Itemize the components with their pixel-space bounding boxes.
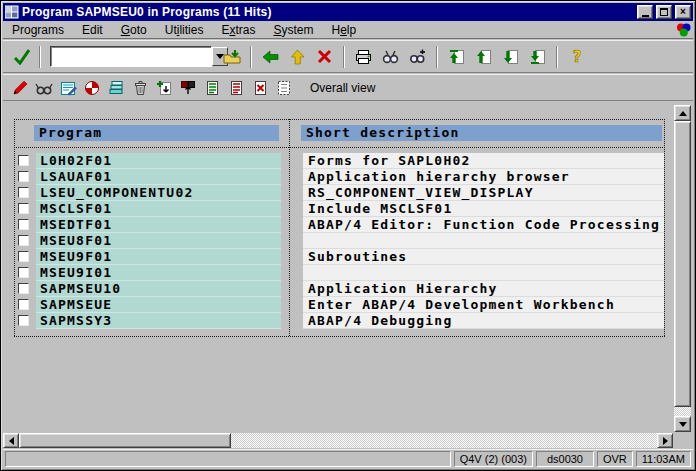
next-page-button[interactable] — [497, 45, 524, 69]
cancel-button[interactable] — [311, 45, 338, 69]
last-page-button[interactable] — [524, 45, 551, 69]
description-cell[interactable]: ABAP/4 Editor: Function Code Processing — [303, 217, 664, 233]
menu-utilities[interactable]: Utilities — [156, 22, 213, 38]
scroll-left-button[interactable] — [3, 433, 19, 448]
description-cell[interactable] — [303, 265, 664, 281]
maximize-button[interactable] — [656, 5, 672, 19]
help-button[interactable]: ? — [563, 45, 590, 69]
row-checkbox[interactable] — [18, 155, 29, 166]
command-input[interactable] — [51, 47, 212, 66]
program-cell[interactable]: L0H02F01 — [36, 153, 281, 169]
program-cell[interactable]: MSEU8F01 — [36, 233, 281, 249]
program-cell[interactable]: SAPMSSY3 — [36, 313, 281, 329]
horizontal-scroll-thumb[interactable] — [19, 433, 231, 448]
menu-edit[interactable]: Edit — [73, 22, 112, 38]
display-button[interactable] — [32, 77, 56, 98]
description-cell[interactable]: Forms for SAPL0H02 — [303, 153, 664, 169]
description-cell[interactable]: ABAP/4 Debugging — [303, 313, 664, 329]
scroll-right-button[interactable] — [657, 433, 673, 448]
first-page-button[interactable] — [443, 45, 470, 69]
program-cell[interactable]: MSEU9F01 — [36, 249, 281, 265]
insert-line-button[interactable] — [152, 77, 176, 98]
menu-help[interactable]: Help — [322, 22, 365, 38]
row-checkbox[interactable] — [18, 187, 29, 198]
row-checkbox[interactable] — [18, 283, 29, 294]
table-row: MSCLSF01 Include MSCLSF01 — [14, 201, 665, 217]
row-checkbox[interactable] — [18, 219, 29, 230]
description-cell[interactable]: Enter ABAP/4 Development Workbench — [303, 297, 664, 313]
program-cell[interactable]: MSEDTF01 — [36, 217, 281, 233]
program-cell[interactable]: SAPMSEU10 — [36, 281, 281, 297]
row-checkbox[interactable] — [18, 171, 29, 182]
minimize-button[interactable] — [637, 5, 653, 19]
find-icon — [382, 49, 399, 64]
status-input-mode-field: OVR — [597, 451, 633, 467]
list-green-button[interactable] — [200, 77, 224, 98]
vertical-scroll-thumb[interactable] — [674, 121, 691, 407]
check-button[interactable] — [80, 77, 104, 98]
table-row: L0H02F01 Forms for SAPL0H02 — [14, 153, 665, 169]
command-field[interactable] — [50, 46, 212, 67]
back-button[interactable] — [257, 45, 284, 69]
scroll-up-button[interactable] — [674, 105, 691, 121]
horizontal-scrollbar[interactable] — [3, 433, 673, 448]
statusbar: Q4V (2) (003) ds0030 OVR 11:03AM — [3, 449, 693, 468]
toolbar-separator — [436, 46, 438, 68]
list-border — [14, 119, 665, 120]
row-checkbox[interactable] — [18, 299, 29, 310]
program-cell[interactable]: MSEU9I01 — [36, 265, 281, 281]
find-next-button[interactable] — [404, 45, 431, 69]
scroll-right-icon — [663, 437, 672, 445]
enter-button[interactable] — [7, 45, 34, 69]
scroll-down-button[interactable] — [674, 416, 691, 432]
print-icon — [355, 49, 372, 65]
row-checkbox[interactable] — [18, 235, 29, 246]
description-cell[interactable]: Application hierarchy browser — [303, 169, 664, 185]
toolbar-separator — [39, 46, 41, 68]
program-cell[interactable]: MSCLSF01 — [36, 201, 281, 217]
list-border — [14, 336, 665, 337]
list-red-button[interactable] — [224, 77, 248, 98]
description-cell[interactable]: RS_COMPONENT_VIEW_DISPLAY — [303, 185, 664, 201]
program-list: L0H02F01 Forms for SAPL0H02 LSAUAF01 App… — [14, 153, 665, 329]
close-button[interactable]: × — [675, 5, 691, 19]
row-checkbox[interactable] — [18, 251, 29, 262]
test-button[interactable] — [56, 77, 80, 98]
previous-page-button[interactable] — [470, 45, 497, 69]
save-button[interactable] — [218, 45, 245, 69]
delete-button[interactable] — [128, 77, 152, 98]
menubar: Programs Edit Goto Utilities Extras Syst… — [3, 21, 693, 39]
app-icon[interactable] — [5, 5, 19, 19]
description-cell[interactable]: Include MSCLSF01 — [303, 201, 664, 217]
program-cell[interactable]: SAPMSEUE — [36, 297, 281, 313]
find-button[interactable] — [377, 45, 404, 69]
move-line-button[interactable] — [176, 77, 200, 98]
copy-button[interactable] — [104, 77, 128, 98]
print-button[interactable] — [350, 45, 377, 69]
description-cell[interactable] — [303, 233, 664, 249]
menu-goto[interactable]: Goto — [112, 22, 156, 38]
program-cell[interactable]: LSEU_COMPONENTU02 — [36, 185, 281, 201]
description-cell[interactable]: Subroutines — [303, 249, 664, 265]
toolbar-separator — [343, 46, 345, 68]
description-cell[interactable]: Application Hierarchy — [303, 281, 664, 297]
cancel-x-icon — [317, 49, 332, 64]
row-checkbox[interactable] — [18, 315, 29, 326]
row-checkbox[interactable] — [18, 267, 29, 278]
change-button[interactable] — [8, 77, 32, 98]
overall-list-button[interactable] — [272, 77, 296, 98]
table-row: LSEU_COMPONENTU02 RS_COMPONENT_VIEW_DISP… — [14, 185, 665, 201]
menu-system[interactable]: System — [264, 22, 322, 38]
titlebar[interactable]: Program SAPMSEU0 in Programs (11 Hits) × — [3, 3, 693, 21]
vertical-scrollbar[interactable] — [674, 105, 691, 432]
page-insert-plus-icon — [156, 80, 172, 96]
menu-programs[interactable]: Programs — [3, 22, 73, 38]
exit-button[interactable] — [284, 45, 311, 69]
program-cell[interactable]: LSAUAF01 — [36, 169, 281, 185]
row-checkbox[interactable] — [18, 203, 29, 214]
toolbar-separator — [556, 46, 558, 68]
maximize-icon — [660, 8, 668, 16]
copy-stack-icon — [108, 80, 125, 96]
delete-entry-button[interactable] — [248, 77, 272, 98]
menu-extras[interactable]: Extras — [212, 22, 264, 38]
